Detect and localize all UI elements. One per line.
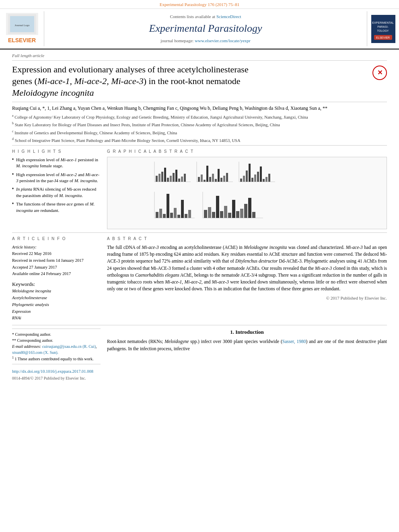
abstract-copyright: © 2017 Published by Elsevier Inc. — [107, 295, 387, 301]
svg-rect-38 — [243, 176, 245, 182]
svg-rect-63 — [208, 207, 211, 218]
article-title-section: Expression and evolutionary analyses of … — [12, 61, 387, 102]
graphical-abstract-image — [107, 157, 387, 229]
svg-rect-58 — [185, 214, 187, 218]
svg-rect-56 — [177, 215, 180, 218]
footnotes-column: * Corresponding author. ** Corresponding… — [12, 329, 101, 381]
svg-rect-15 — [167, 178, 169, 182]
introduction-text: Root-knot nematodes (RKNs; Meloidogyne s… — [107, 338, 387, 352]
abstract-heading: A B S T R A C T — [107, 236, 387, 242]
svg-rect-25 — [201, 175, 203, 182]
accepted-date: Accepted 27 January 2017 — [12, 264, 101, 271]
highlights-column: H I G H L I G H T S High expression leve… — [12, 149, 101, 229]
svg-rect-17 — [173, 173, 175, 182]
journal-title: Experimental Parasitology — [48, 21, 363, 36]
svg-rect-43 — [257, 172, 259, 182]
svg-rect-16 — [170, 176, 172, 182]
doi-line: http://dx.doi.org/10.1016/j.exppara.2017… — [12, 366, 101, 376]
article-type-label: Full length article — [12, 49, 387, 61]
elsevier-logo-area: Journal Logo ELSEVIER — [0, 11, 44, 46]
footnote-equal-contrib: 1 1 These authors contributed equally to… — [12, 355, 101, 362]
gene-names: Mi-ace-1, Mi-ace-2, Mi-ace-3 — [37, 76, 144, 86]
crossmark-icon: ✕ — [372, 66, 387, 80]
history-label: Article history: — [12, 244, 101, 251]
svg-text:EXPERIMENTAL: EXPERIMENTAL — [372, 21, 394, 24]
svg-rect-42 — [254, 175, 256, 182]
svg-rect-53 — [167, 194, 169, 218]
svg-rect-20 — [181, 177, 183, 182]
highlights-graphical-section: H I G H L I G H T S High expression leve… — [12, 146, 387, 233]
graphical-abstract-heading: G R A P H I C A L A B S T R A C T — [107, 149, 387, 154]
parasitology-logo: EXPERIMENTAL PARASI- TOLOGY ELSEVIER — [367, 11, 399, 46]
svg-rect-70 — [236, 211, 239, 218]
svg-rect-50 — [156, 212, 158, 218]
affiliation-b: b State Key Laboratory for Biology of Pl… — [12, 121, 387, 128]
received-revised-date: Received in revised form 14 January 2017 — [12, 257, 101, 264]
svg-rect-24 — [198, 177, 200, 182]
journal-header-center: Contents lists available at ScienceDirec… — [44, 11, 367, 46]
svg-rect-74 — [252, 212, 255, 218]
svg-rect-33 — [223, 176, 225, 182]
svg-rect-69 — [232, 200, 235, 218]
sasser-ref[interactable]: Sasser, 1980 — [282, 339, 306, 344]
abstract-section: A B S T R A C T The full cDNA of Mi-ace-… — [107, 236, 387, 322]
svg-rect-65 — [216, 196, 219, 218]
email-link-1[interactable]: cuiruqiang@jxau.edu.cn (R. Cui) — [42, 344, 96, 349]
available-date: Available online 24 February 2017 — [12, 271, 101, 277]
bottom-section: * Corresponding author. ** Corresponding… — [12, 325, 387, 384]
svg-rect-52 — [163, 214, 166, 218]
svg-rect-41 — [251, 178, 253, 182]
article-info-heading: A R T I C L E I N F O — [12, 236, 101, 242]
svg-rect-72 — [244, 204, 247, 218]
journal-ref-text: Experimental Parasitology 176 (2017) 75–… — [160, 2, 240, 7]
svg-rect-14 — [164, 168, 166, 182]
svg-rect-13 — [161, 172, 163, 182]
svg-rect-68 — [228, 213, 231, 218]
keywords-label: Keywords: — [12, 281, 101, 288]
authors-section: Ruqiang Cui a, *, 1, Lei Zhang a, Yuyan … — [12, 102, 387, 146]
svg-rect-71 — [240, 209, 243, 218]
svg-rect-67 — [224, 206, 227, 218]
article-history: Article history: Received 22 May 2016 Re… — [12, 244, 101, 277]
svg-rect-26 — [204, 180, 206, 182]
organism-name: Meloidogyne incognita — [12, 88, 94, 98]
svg-rect-51 — [159, 209, 162, 218]
affiliation-d: d School of Integrative Plant Science, P… — [12, 137, 387, 144]
homepage-link[interactable]: www.elsevier.com/locate/yexpr — [195, 38, 251, 43]
svg-rect-39 — [246, 170, 248, 182]
svg-rect-30 — [215, 179, 217, 182]
highlight-item-3: In planta RNAi silencing of Mi-aces redu… — [12, 186, 101, 199]
journal-header: Journal Logo ELSEVIER Contents lists ava… — [0, 9, 399, 49]
svg-rect-44 — [260, 166, 262, 182]
elsevier-wordmark: ELSEVIER — [8, 37, 36, 45]
svg-rect-66 — [220, 211, 223, 218]
highlight-item-1: High expression level of Mi-ace-1 persis… — [12, 157, 101, 169]
contents-available-line: Contents lists available at ScienceDirec… — [48, 14, 363, 20]
svg-text:ELSEVIER: ELSEVIER — [376, 36, 390, 39]
elsevier-journal-logo: Journal Logo — [6, 13, 38, 35]
sciencedirect-link[interactable]: ScienceDirect — [216, 14, 241, 19]
svg-rect-12 — [158, 174, 160, 182]
svg-rect-47 — [268, 174, 270, 182]
svg-rect-40 — [249, 164, 251, 182]
svg-text:TOLOGY: TOLOGY — [377, 29, 389, 32]
keywords-section: Keywords: Meloidogyne incognita Acetylch… — [12, 281, 101, 322]
email-link-2[interactable]: xtsun80@163.com (X. Sun). — [12, 350, 58, 355]
graphical-abstract-column: G R A P H I C A L A B S T R A C T — [107, 149, 387, 229]
svg-rect-19 — [178, 179, 180, 182]
doi-link[interactable]: http://dx.doi.org/10.1016/j.exppara.2017… — [12, 369, 93, 374]
article-info-column: A R T I C L E I N F O Article history: R… — [12, 236, 101, 322]
svg-rect-28 — [209, 177, 211, 182]
introduction-column: 1. Introduction Root-knot nematodes (RKN… — [107, 329, 387, 381]
article-title: Expression and evolutionary analyses of … — [12, 64, 367, 99]
keyword-3: Phylogenetic analysis — [12, 302, 101, 308]
authors-line: Ruqiang Cui a, *, 1, Lei Zhang a, Yuyan … — [12, 105, 387, 112]
svg-rect-11 — [156, 176, 158, 182]
svg-rect-27 — [206, 166, 208, 182]
footnote-corresponding2: ** Corresponding author. — [12, 337, 101, 343]
svg-rect-32 — [220, 178, 222, 182]
parasitology-logo-box: EXPERIMENTAL PARASI- TOLOGY ELSEVIER — [371, 15, 395, 43]
highlight-item-4: The functions of these three ace genes o… — [12, 201, 101, 214]
keyword-5: RNAi — [12, 315, 101, 322]
article-info-abstract-section: A R T I C L E I N F O Article history: R… — [12, 233, 387, 325]
